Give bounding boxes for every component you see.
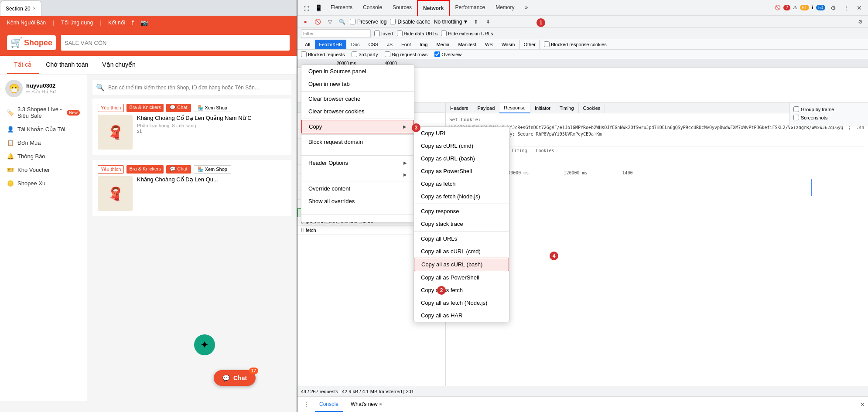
tab-sources[interactable]: Sources — [387, 0, 417, 16]
more-options-icon[interactable]: ⋮ — [841, 3, 851, 13]
network-settings-icon[interactable]: ⚙ — [856, 17, 865, 26]
third-party-checkbox[interactable]: 3rd-party — [352, 51, 378, 57]
copy-stack-trace[interactable]: Copy stack trace — [414, 218, 509, 230]
type-other[interactable]: Other — [519, 40, 540, 49]
ctx-block-url[interactable]: Block request domain — [301, 136, 414, 148]
copy-submenu[interactable]: Copy URL Copy as cURL (cmd) Copy as cURL… — [413, 126, 509, 322]
copy-url[interactable]: Copy URL — [414, 127, 509, 140]
clear-button[interactable]: 🚫 — [313, 17, 322, 26]
copy-curl-bash[interactable]: Copy as cURL (bash) — [414, 152, 509, 165]
copy-all-curl-cmd[interactable]: Copy all as cURL (cmd) — [414, 245, 509, 258]
ctx-copy[interactable]: Copy ▶ — [301, 120, 414, 133]
copy-all-fetch-node[interactable]: Copy all as fetch (Node.js) — [414, 296, 509, 309]
context-menu[interactable]: Open in Sources panel Open in new tab Cl… — [301, 65, 414, 222]
copy-powershell[interactable]: Copy as PowerShell — [414, 165, 509, 177]
copy-all-har[interactable]: Copy all as HAR — [414, 309, 509, 322]
detail-tab-timing[interactable]: Timing — [555, 103, 579, 113]
import-icon[interactable]: ⬆ — [472, 17, 480, 26]
nav-shipping[interactable]: Vận chuyển — [95, 56, 142, 74]
tab-close[interactable]: × — [33, 6, 36, 11]
disable-cache-checkbox[interactable]: Disable cache — [390, 19, 430, 25]
type-js[interactable]: JS — [383, 40, 396, 49]
sidebar-item-account[interactable]: 👤 Tài Khoản Của Tôi — [5, 123, 82, 136]
type-manifest[interactable]: Manifest — [454, 40, 480, 49]
filter-icon[interactable]: ▽ — [325, 17, 334, 26]
blocked-requests-checkbox[interactable]: Blocked requests — [301, 51, 345, 57]
tab-more[interactable]: » — [519, 0, 533, 16]
filter-input[interactable] — [301, 29, 371, 38]
detail-tab-headers[interactable]: Headers — [446, 103, 473, 113]
console-menu-icon[interactable]: ⋮ — [301, 399, 311, 410]
copy-all-curl-bash[interactable]: Copy all as cURL (bash) — [414, 258, 509, 271]
detail-tab-initiator[interactable]: Initiator — [530, 103, 555, 113]
sidebar-item-xu[interactable]: 🪙 Shopee Xu — [5, 177, 82, 190]
ctx-sort-by[interactable]: Header Options ▶ — [301, 157, 414, 169]
tag-shop-1[interactable]: 🏪 Xem Shop — [194, 104, 231, 112]
ctx-clear-cache[interactable]: Clear browser cache — [301, 92, 414, 105]
topbar-app[interactable]: Tải ứng dụng — [61, 20, 93, 26]
tab-network[interactable]: Network — [417, 0, 450, 16]
hide-data-checkbox[interactable]: Hide data URLs — [397, 31, 438, 36]
big-rows-checkbox[interactable]: Big request rows — [385, 51, 427, 57]
product-search-input[interactable] — [108, 85, 288, 91]
sidebar-item-notifications[interactable]: 🔔 Thông Báo — [5, 150, 82, 163]
type-doc[interactable]: Doc — [347, 40, 364, 49]
console-tab[interactable]: Console — [315, 397, 343, 412]
type-font[interactable]: Font — [397, 40, 415, 49]
ig-icon[interactable]: 📷 — [140, 19, 148, 26]
detail-tab-cookies[interactable]: Cookies — [579, 103, 605, 113]
copy-fetch-node[interactable]: Copy as fetch (Node.js) — [414, 190, 509, 203]
record-button[interactable]: ● — [301, 17, 310, 26]
chat-bubble[interactable]: 💬 Chat 17 — [214, 370, 256, 386]
blocked-cookies-checkbox[interactable]: Blocked response cookies — [544, 41, 607, 47]
tab-console[interactable]: Console — [358, 0, 387, 16]
type-wasm[interactable]: Wasm — [498, 40, 519, 49]
type-all[interactable]: All — [301, 40, 314, 49]
throttle-select[interactable]: No throttling ▼ — [434, 19, 468, 25]
type-ws[interactable]: WS — [481, 40, 497, 49]
ctx-block-domain[interactable] — [301, 148, 414, 154]
topbar-connect[interactable]: Kết nối — [108, 20, 125, 26]
ctx-override-content[interactable]: Show all overrides — [301, 195, 414, 208]
copy-curl-cmd[interactable]: Copy as cURL (cmd) — [414, 140, 509, 152]
type-media[interactable]: Media — [432, 40, 453, 49]
tag-shop-2[interactable]: 🏪 Xem Shop — [194, 165, 231, 174]
console-close-btn[interactable]: ✕ — [860, 402, 865, 408]
close-icon[interactable]: ✕ — [854, 3, 865, 13]
sidebar-item-orders[interactable]: 📋 Đơn Mua — [5, 136, 82, 150]
search-input[interactable] — [65, 40, 286, 46]
ctx-clear-cookies[interactable]: Clear browser cookies — [301, 105, 414, 118]
type-fetch-xhr[interactable]: Fetch/XHR — [315, 40, 346, 49]
type-img[interactable]: Img — [416, 40, 431, 49]
tag-yeu-thich-1[interactable]: Yêu thích — [98, 104, 124, 112]
nav-all[interactable]: Tất cả — [7, 56, 39, 74]
ctx-show-overrides[interactable] — [301, 208, 414, 214]
invert-checkbox[interactable]: Invert — [374, 31, 393, 36]
device-icon[interactable]: 📱 — [313, 3, 324, 13]
copy-fetch[interactable]: Copy as fetch — [414, 177, 509, 190]
whats-new-tab[interactable]: What's new × — [346, 397, 386, 412]
settings-icon[interactable]: ⚙ — [828, 3, 838, 13]
detail-tab-response[interactable]: Response — [499, 103, 530, 113]
detail-tab-payload[interactable]: Payload — [473, 103, 500, 113]
chatgpt-icon[interactable]: ✦ — [194, 334, 215, 355]
export-icon[interactable]: ⬇ — [484, 17, 492, 26]
hide-extension-checkbox[interactable]: Hide extension URLs — [441, 31, 493, 36]
section20-tab[interactable]: Section 20 × — [0, 0, 41, 16]
edit-profile[interactable]: ✏ Sửa Hồ Sơ — [26, 89, 56, 95]
copy-all-powershell[interactable]: Copy all as PowerShell — [414, 271, 509, 284]
fb-icon[interactable]: f — [132, 19, 133, 26]
tag-yeu-thich-2[interactable]: Yêu thích — [98, 165, 124, 174]
overview-checkbox[interactable]: Overview — [434, 51, 461, 57]
tab-performance[interactable]: Performance — [450, 0, 490, 16]
tab-memory[interactable]: Memory — [490, 0, 519, 16]
topbar-seller[interactable]: Kênh Người Bán — [7, 20, 46, 26]
tag-chat-2[interactable]: 💬 Chat — [166, 165, 191, 174]
sidebar-item-voucher[interactable]: 🎫 Kho Voucher — [5, 163, 82, 177]
search-icon[interactable]: 🔍 — [338, 17, 346, 26]
copy-all-urls[interactable]: Copy all URLs — [414, 232, 509, 245]
sidebar-item-live-sale[interactable]: 🏷️ 3.3 Shopee Live - Siêu Sale New — [5, 102, 82, 123]
group-by-frame-checkbox[interactable]: Group by frame — [793, 106, 865, 112]
inspect-icon[interactable]: ⬚ — [301, 3, 311, 13]
ctx-open-sources[interactable]: Open in Sources panel — [301, 65, 414, 78]
